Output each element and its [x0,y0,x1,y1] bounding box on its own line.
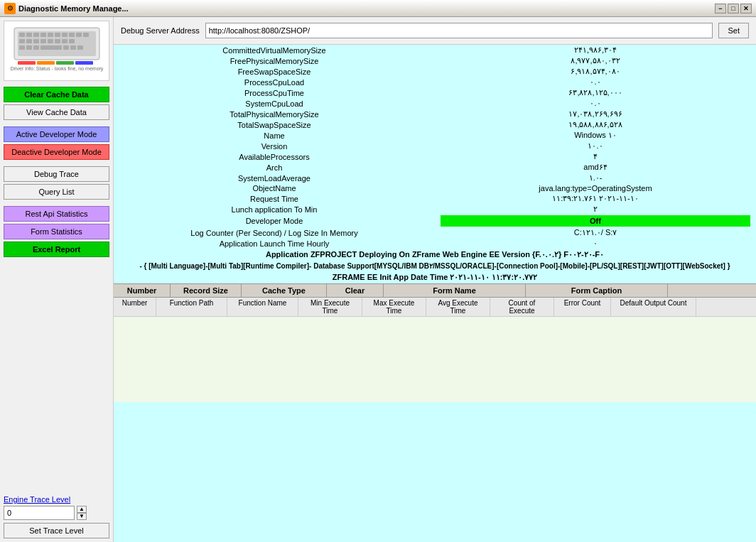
grid1-header-cell: Number [114,284,171,297]
row-value: ۰.۰ [435,77,756,87]
minimize-button[interactable]: − [715,4,726,13]
grid2-subheader-cell: Function Path [156,298,227,316]
table-row: NameWindows ۱۰ [114,130,756,141]
row-value: ۶,۹۱۸,۵۷۴,۰۸۰ [435,66,756,77]
trace-spinner[interactable]: ▲ ▼ [77,506,87,520]
grid1-header-cell: Form Name [384,284,526,297]
table-row: SystemLoadAverage-۱.۰ [114,173,756,183]
clear-cache-button[interactable]: Clear Cache Data [4,87,109,102]
zfproject-line: Application ZFPROJECT Deploying On ZFram… [114,249,756,261]
row-value: ۱۹,۵۸۸,۸۸۶,۵۲۸ [435,119,756,130]
trace-level-input[interactable] [4,506,75,520]
svg-rect-20 [19,45,25,50]
log-table: Log Counter (Per Second) / Log Size In M… [114,227,756,249]
svg-rect-14 [33,39,39,43]
svg-rect-22 [33,45,39,50]
row-value: amd۶۴ [435,162,756,173]
table-row: FreePhysicalMemorySize۸,۹۷۷,۵۸۰,۰۳۲ [114,55,756,66]
deactive-dev-button[interactable]: Deactive Developer Mode [4,144,109,160]
svg-rect-5 [40,33,46,37]
set-address-button[interactable]: Set [718,23,749,38]
row-label: Request Time [114,193,435,204]
app-launch-row: Application Launch Time Hourly ۰ [114,238,756,249]
row-value: ۶۳,۸۲۸,۱۲۵,۰۰۰ [435,87,756,98]
table-row: Version۱۰.۰ [114,141,756,151]
rest-api-button[interactable]: Rest Api Statistics [4,206,109,222]
svg-rect-24 [63,45,69,50]
engine-trace-link[interactable]: Engine Trace Level [4,495,109,504]
restore-button[interactable]: □ [728,4,739,13]
init-line: ZFRAME EE Init App Date Time ۲۰۲۱-۱۱-۱۰ … [114,271,756,283]
grid2-subheader-cell: Avg Execute Time [426,298,490,316]
address-input[interactable] [205,23,713,38]
debug-trace-button[interactable]: Debug Trace [4,166,109,182]
grid2-subheader-cell: Default Output Count [611,298,696,316]
svg-rect-30 [75,61,93,65]
svg-rect-21 [26,45,32,50]
row-label: TotalPhysicalMemorySize [114,109,435,119]
table-row: ObjectNamejava.lang:type=OperatingSystem [114,183,756,193]
row-label: ProcessCpuLoad [114,77,435,87]
svg-rect-19 [69,39,75,43]
spinner-down[interactable]: ▼ [77,513,87,520]
svg-rect-8 [62,33,68,37]
form-stats-button[interactable]: Form Statistics [4,224,109,239]
active-dev-button[interactable]: Active Developer Mode [4,126,109,142]
view-cache-button[interactable]: View Cache Data [4,104,109,120]
excel-report-button[interactable]: Excel Report [4,242,109,257]
row-label: SystemLoadAverage [114,173,435,183]
multi-lang-line: - { [Multi Language]-[Multi Tab][Runtime… [114,261,756,271]
table-row: CommittedVirtualMemorySize۲۴۱,۹۸۶,۳۰۴ [114,45,756,55]
svg-rect-17 [55,39,60,43]
title-left: ⚙ Diagnostic Memory Manage... [4,3,129,14]
table-row: FreeSwapSpaceSize۶,۹۱۸,۵۷۴,۰۸۰ [114,66,756,77]
svg-rect-11 [83,33,89,37]
row-value: ۲۰۲۱-۱۱-۱۰ ۱۱:۳۹:۲۱.۷۶۱ [435,193,756,204]
log-counter-row: Log Counter (Per Second) / Log Size In M… [114,227,756,238]
row-label: Name [114,130,435,141]
table-row: ProcessCpuLoad۰.۰ [114,77,756,87]
table-row: SystemCpuLoad۰.۰ [114,98,756,109]
row-value: ۲۴۱,۹۸۶,۳۰۴ [435,45,756,55]
svg-rect-28 [37,61,55,65]
svg-rect-4 [33,33,39,37]
content-area: Debug Server Address Set CommittedVirtua… [114,17,756,542]
svg-rect-23 [40,45,62,50]
app-launch-label: Application Launch Time Hourly [114,238,435,249]
svg-rect-18 [62,39,68,43]
row-label: FreeSwapSpaceSize [114,66,435,77]
row-value: ۸,۹۷۷,۵۸۰,۰۳۲ [435,55,756,66]
row-label: AvailableProcessors [114,151,435,162]
svg-rect-13 [26,39,32,43]
svg-rect-25 [70,45,76,50]
row-value: Off [435,215,756,227]
table-row: Request Time۲۰۲۱-۱۱-۱۰ ۱۱:۳۹:۲۱.۷۶۱ [114,193,756,204]
close-button[interactable]: ✕ [740,4,752,13]
grid2-subheader-cell: Count of Execute [490,298,554,316]
grid2-subheader-cell: Min Execute Time [298,298,362,316]
table-row: TotalPhysicalMemorySize۱۷,۰۳۸,۲۶۹,۶۹۶ [114,109,756,119]
row-label: Version [114,141,435,151]
svg-rect-7 [55,33,60,37]
row-label: FreePhysicalMemorySize [114,55,435,66]
query-list-button[interactable]: Query List [4,184,109,200]
table-row: Lunch application To Min۲ [114,204,756,215]
svg-rect-3 [26,33,32,37]
window-title: Diagnostic Memory Manage... [18,4,129,13]
row-label: ProcessCpuTime [114,87,435,98]
address-label: Debug Server Address [121,26,200,35]
row-value: ۲ [435,204,756,215]
svg-rect-6 [48,33,53,37]
svg-rect-2 [19,33,25,37]
grid-body [114,317,756,402]
window-controls[interactable]: − □ ✕ [715,4,752,13]
grid2-subheader: NumberFunction PathFunction NameMin Exec… [114,298,756,317]
app-logo: Driver Info: Status - looks fine, no mem… [4,21,109,81]
table-row: Archamd۶۴ [114,162,756,173]
row-value: Windows ۱۰ [435,130,756,141]
sidebar: Driver Info: Status - looks fine, no mem… [0,17,114,542]
set-trace-button[interactable]: Set Trace Level [4,523,109,538]
row-value: ۰.۰ [435,98,756,109]
spinner-up[interactable]: ▲ [77,506,87,513]
logo-svg: Driver Info: Status - looks fine, no mem… [11,24,103,77]
